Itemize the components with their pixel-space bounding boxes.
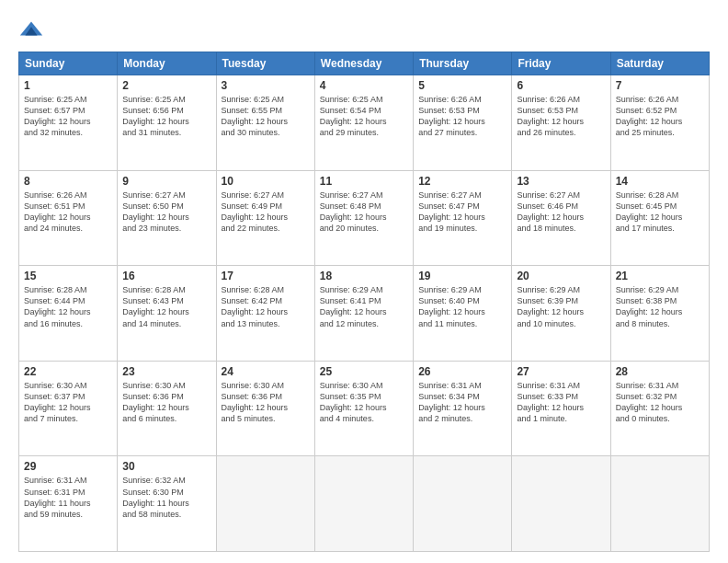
weekday-friday: Friday — [512, 52, 610, 75]
day-info: Sunrise: 6:29 AM Sunset: 6:40 PM Dayligh… — [418, 284, 506, 329]
calendar-table: SundayMondayTuesdayWednesdayThursdayFrid… — [18, 52, 710, 552]
calendar-cell: 10Sunrise: 6:27 AM Sunset: 6:49 PM Dayli… — [216, 170, 314, 266]
day-info: Sunrise: 6:27 AM Sunset: 6:50 PM Dayligh… — [122, 190, 210, 235]
day-number: 3 — [222, 79, 310, 92]
day-number: 23 — [122, 365, 210, 378]
day-number: 9 — [122, 175, 210, 188]
day-info: Sunrise: 6:30 AM Sunset: 6:37 PM Dayligh… — [24, 380, 112, 425]
calendar-cell: 11Sunrise: 6:27 AM Sunset: 6:48 PM Dayli… — [314, 170, 413, 266]
day-number: 16 — [122, 270, 210, 282]
day-info: Sunrise: 6:27 AM Sunset: 6:48 PM Dayligh… — [320, 190, 408, 235]
calendar-cell: 8Sunrise: 6:26 AM Sunset: 6:51 PM Daylig… — [19, 170, 118, 266]
calendar-cell: 17Sunrise: 6:28 AM Sunset: 6:42 PM Dayli… — [216, 266, 314, 362]
day-info: Sunrise: 6:28 AM Sunset: 6:43 PM Dayligh… — [122, 284, 210, 329]
week-row-4: 22Sunrise: 6:30 AM Sunset: 6:37 PM Dayli… — [19, 361, 710, 456]
day-number: 29 — [24, 460, 112, 473]
day-info: Sunrise: 6:25 AM Sunset: 6:57 PM Dayligh… — [24, 94, 112, 139]
day-number: 1 — [24, 79, 112, 92]
calendar-cell: 6Sunrise: 6:26 AM Sunset: 6:53 PM Daylig… — [512, 75, 610, 171]
day-number: 5 — [418, 79, 506, 92]
calendar-cell: 9Sunrise: 6:27 AM Sunset: 6:50 PM Daylig… — [118, 170, 216, 266]
day-number: 6 — [517, 79, 605, 92]
day-info: Sunrise: 6:29 AM Sunset: 6:41 PM Dayligh… — [320, 284, 408, 329]
day-number: 21 — [616, 270, 704, 282]
weekday-tuesday: Tuesday — [216, 52, 314, 75]
calendar-cell: 28Sunrise: 6:31 AM Sunset: 6:32 PM Dayli… — [610, 361, 709, 456]
day-number: 14 — [616, 175, 704, 188]
weekday-header-row: SundayMondayTuesdayWednesdayThursdayFrid… — [19, 52, 710, 75]
day-info: Sunrise: 6:27 AM Sunset: 6:49 PM Dayligh… — [222, 190, 310, 235]
day-info: Sunrise: 6:32 AM Sunset: 6:30 PM Dayligh… — [122, 475, 210, 520]
day-info: Sunrise: 6:26 AM Sunset: 6:51 PM Dayligh… — [24, 190, 112, 235]
calendar-cell — [414, 456, 512, 552]
day-info: Sunrise: 6:25 AM Sunset: 6:55 PM Dayligh… — [222, 94, 310, 139]
page: SundayMondayTuesdayWednesdayThursdayFrid… — [0, 0, 728, 563]
weekday-saturday: Saturday — [610, 52, 709, 75]
calendar-cell: 13Sunrise: 6:27 AM Sunset: 6:46 PM Dayli… — [512, 170, 610, 266]
calendar-cell — [610, 456, 709, 552]
weekday-thursday: Thursday — [414, 52, 512, 75]
day-number: 19 — [418, 270, 506, 282]
day-number: 2 — [122, 79, 210, 92]
day-number: 24 — [222, 365, 310, 378]
calendar-cell: 30Sunrise: 6:32 AM Sunset: 6:30 PM Dayli… — [118, 456, 216, 552]
weekday-sunday: Sunday — [19, 52, 118, 75]
header — [18, 17, 710, 42]
day-number: 27 — [517, 365, 605, 378]
weekday-wednesday: Wednesday — [314, 52, 413, 75]
calendar-cell: 20Sunrise: 6:29 AM Sunset: 6:39 PM Dayli… — [512, 266, 610, 362]
day-number: 18 — [320, 270, 408, 282]
day-number: 28 — [616, 365, 704, 378]
day-info: Sunrise: 6:29 AM Sunset: 6:39 PM Dayligh… — [517, 284, 605, 329]
calendar-cell: 1Sunrise: 6:25 AM Sunset: 6:57 PM Daylig… — [19, 75, 118, 171]
day-number: 4 — [320, 79, 408, 92]
day-number: 22 — [24, 365, 112, 378]
calendar-cell: 7Sunrise: 6:26 AM Sunset: 6:52 PM Daylig… — [610, 75, 709, 171]
calendar-cell: 15Sunrise: 6:28 AM Sunset: 6:44 PM Dayli… — [19, 266, 118, 362]
logo-icon — [18, 17, 44, 42]
calendar-cell: 27Sunrise: 6:31 AM Sunset: 6:33 PM Dayli… — [512, 361, 610, 456]
day-info: Sunrise: 6:27 AM Sunset: 6:47 PM Dayligh… — [418, 190, 506, 235]
calendar-cell: 23Sunrise: 6:30 AM Sunset: 6:36 PM Dayli… — [118, 361, 216, 456]
calendar-cell: 14Sunrise: 6:28 AM Sunset: 6:45 PM Dayli… — [610, 170, 709, 266]
calendar-cell: 12Sunrise: 6:27 AM Sunset: 6:47 PM Dayli… — [414, 170, 512, 266]
day-number: 10 — [222, 175, 310, 188]
day-number: 7 — [616, 79, 704, 92]
week-row-5: 29Sunrise: 6:31 AM Sunset: 6:31 PM Dayli… — [19, 456, 710, 552]
calendar-cell: 3Sunrise: 6:25 AM Sunset: 6:55 PM Daylig… — [216, 75, 314, 171]
week-row-2: 8Sunrise: 6:26 AM Sunset: 6:51 PM Daylig… — [19, 170, 710, 266]
day-number: 26 — [418, 365, 506, 378]
day-info: Sunrise: 6:26 AM Sunset: 6:53 PM Dayligh… — [517, 94, 605, 139]
day-info: Sunrise: 6:25 AM Sunset: 6:56 PM Dayligh… — [122, 94, 210, 139]
day-number: 17 — [222, 270, 310, 282]
calendar-cell: 2Sunrise: 6:25 AM Sunset: 6:56 PM Daylig… — [118, 75, 216, 171]
weekday-monday: Monday — [118, 52, 216, 75]
calendar-cell: 18Sunrise: 6:29 AM Sunset: 6:41 PM Dayli… — [314, 266, 413, 362]
day-number: 20 — [517, 270, 605, 282]
calendar-cell: 22Sunrise: 6:30 AM Sunset: 6:37 PM Dayli… — [19, 361, 118, 456]
day-number: 13 — [517, 175, 605, 188]
day-info: Sunrise: 6:25 AM Sunset: 6:54 PM Dayligh… — [320, 94, 408, 139]
day-number: 8 — [24, 175, 112, 188]
calendar-cell: 4Sunrise: 6:25 AM Sunset: 6:54 PM Daylig… — [314, 75, 413, 171]
week-row-1: 1Sunrise: 6:25 AM Sunset: 6:57 PM Daylig… — [19, 75, 710, 171]
day-info: Sunrise: 6:28 AM Sunset: 6:45 PM Dayligh… — [616, 190, 704, 235]
calendar-cell: 29Sunrise: 6:31 AM Sunset: 6:31 PM Dayli… — [19, 456, 118, 552]
calendar-cell: 21Sunrise: 6:29 AM Sunset: 6:38 PM Dayli… — [610, 266, 709, 362]
day-info: Sunrise: 6:28 AM Sunset: 6:42 PM Dayligh… — [222, 284, 310, 329]
day-number: 15 — [24, 270, 112, 282]
day-info: Sunrise: 6:31 AM Sunset: 6:33 PM Dayligh… — [517, 380, 605, 425]
day-info: Sunrise: 6:30 AM Sunset: 6:36 PM Dayligh… — [222, 380, 310, 425]
calendar-cell: 26Sunrise: 6:31 AM Sunset: 6:34 PM Dayli… — [414, 361, 512, 456]
day-info: Sunrise: 6:27 AM Sunset: 6:46 PM Dayligh… — [517, 190, 605, 235]
calendar-cell: 5Sunrise: 6:26 AM Sunset: 6:53 PM Daylig… — [414, 75, 512, 171]
day-number: 25 — [320, 365, 408, 378]
day-info: Sunrise: 6:31 AM Sunset: 6:31 PM Dayligh… — [24, 475, 112, 520]
calendar-cell — [314, 456, 413, 552]
day-info: Sunrise: 6:26 AM Sunset: 6:53 PM Dayligh… — [418, 94, 506, 139]
calendar-cell: 19Sunrise: 6:29 AM Sunset: 6:40 PM Dayli… — [414, 266, 512, 362]
day-number: 30 — [122, 460, 210, 473]
week-row-3: 15Sunrise: 6:28 AM Sunset: 6:44 PM Dayli… — [19, 266, 710, 362]
calendar-cell — [216, 456, 314, 552]
day-number: 11 — [320, 175, 408, 188]
